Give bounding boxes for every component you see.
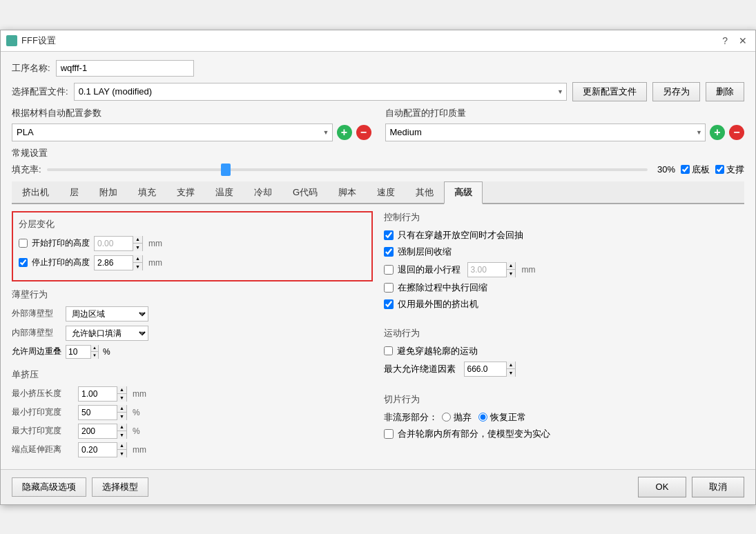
end-extend-down[interactable]: ▼	[117, 450, 126, 457]
tab-speed[interactable]: 速度	[367, 181, 405, 203]
save-as-button[interactable]: 另存为	[652, 82, 700, 101]
remove-quality-button[interactable]: −	[729, 125, 744, 140]
min-len-down[interactable]: ▼	[117, 394, 126, 402]
stop-height-down[interactable]: ▼	[133, 263, 142, 270]
tab-cooling[interactable]: 冷却	[244, 181, 282, 203]
stop-height-up[interactable]: ▲	[133, 255, 142, 264]
max-width-up[interactable]: ▲	[117, 424, 126, 432]
tab-gcode[interactable]: G代码	[282, 181, 328, 203]
discard-radio[interactable]	[442, 413, 451, 422]
min-width-up[interactable]: ▲	[117, 405, 126, 413]
min-travel-checkbox[interactable]	[384, 265, 394, 275]
retract-wipe-label: 在擦除过程中执行回缩	[398, 281, 487, 294]
force-retract-label: 强制层间收缩	[398, 246, 452, 258]
max-detour-up[interactable]: ▲	[507, 362, 516, 370]
cancel-button[interactable]: 取消	[692, 477, 744, 497]
quality-label: 自动配置的打印质量	[385, 107, 745, 119]
select-model-button[interactable]: 选择模型	[92, 477, 148, 497]
stop-height-value[interactable]	[95, 256, 133, 270]
inner-type-select[interactable]: 允许缺口填满	[66, 326, 148, 341]
start-height-value[interactable]	[95, 237, 133, 250]
titlebar-right: ? ✕	[719, 36, 750, 46]
non-flow-label: 非流形部分：	[384, 411, 438, 424]
min-travel-down[interactable]: ▼	[507, 270, 516, 277]
min-len-input: ▲ ▼	[78, 386, 127, 402]
min-travel-up[interactable]: ▲	[507, 262, 516, 270]
config-row: 选择配置文件: 0.1 LAY (modified) 更新配置文件 另存为 删除	[12, 82, 744, 101]
max-detour-value[interactable]	[465, 362, 506, 376]
retract-wipe-checkbox[interactable]	[384, 283, 394, 293]
stop-height-input: ▲ ▼	[94, 255, 143, 270]
only-outer-row: 仅用最外围的挤出机	[384, 298, 745, 310]
max-width-down[interactable]: ▼	[117, 431, 126, 439]
fill-slider-track[interactable]	[47, 168, 648, 171]
delete-button[interactable]: 删除	[706, 82, 744, 101]
slice-title: 切片行为	[384, 393, 745, 406]
tab-temperature[interactable]: 温度	[205, 181, 244, 203]
recover-radio[interactable]	[478, 413, 487, 422]
min-len-up[interactable]: ▲	[117, 386, 126, 395]
tab-addition[interactable]: 附加	[89, 181, 128, 203]
remove-material-button[interactable]: −	[356, 125, 371, 140]
process-input[interactable]	[56, 60, 194, 77]
overlap-down[interactable]: ▼	[91, 352, 98, 359]
overlap-row: 允许周边重叠 ▲ ▼ %	[12, 345, 373, 359]
bed-label: 底板	[681, 164, 710, 176]
update-config-button[interactable]: 更新配置文件	[572, 82, 647, 101]
avoid-checkbox[interactable]	[384, 346, 393, 355]
left-panel: 分层变化 开始打印的高度 ▲ ▼ mm	[12, 211, 373, 461]
hide-advanced-button[interactable]: 隐藏高级选项	[12, 477, 86, 497]
min-width-down[interactable]: ▼	[117, 413, 126, 420]
tab-advanced[interactable]: 高级	[444, 181, 483, 204]
quality-select[interactable]: Medium	[385, 123, 706, 141]
tab-extruder[interactable]: 挤出机	[12, 181, 59, 203]
material-select[interactable]: PLA	[12, 123, 333, 141]
discard-label: 抛弃	[454, 411, 472, 424]
overlap-value[interactable]	[66, 346, 90, 358]
footer-right: OK 取消	[638, 477, 744, 497]
min-travel-input: ▲ ▼	[467, 262, 516, 277]
end-extend-up[interactable]: ▲	[117, 442, 126, 451]
min-width-value[interactable]	[79, 406, 117, 419]
max-detour-down[interactable]: ▼	[507, 369, 516, 377]
overlap-up[interactable]: ▲	[91, 345, 98, 353]
close-button[interactable]: ✕	[736, 36, 750, 46]
force-retract-checkbox[interactable]	[384, 247, 394, 257]
min-len-label: 最小挤压长度	[12, 388, 74, 399]
add-quality-button[interactable]: +	[710, 125, 725, 140]
only-outer-checkbox[interactable]	[384, 299, 394, 309]
retract-only-checkbox[interactable]	[384, 230, 394, 240]
min-travel-value[interactable]	[468, 263, 506, 277]
start-height-up[interactable]: ▲	[133, 236, 142, 244]
merge-checkbox[interactable]	[384, 429, 394, 439]
tab-fill[interactable]: 填充	[128, 181, 166, 203]
bed-checkbox[interactable]	[681, 165, 690, 174]
max-width-arrows: ▲ ▼	[117, 424, 126, 439]
start-height-down[interactable]: ▼	[133, 244, 142, 251]
support-checkbox[interactable]	[715, 165, 724, 174]
control-section: 控制行为 只有在穿越开放空间时才会回抽 强制层间收缩 退回的最小行程	[384, 211, 745, 310]
end-extend-value[interactable]	[79, 443, 117, 457]
config-select[interactable]: 0.1 LAY (modified)	[74, 83, 567, 101]
footer-left: 隐藏高级选项 选择模型	[12, 477, 148, 497]
titlebar-left: FFF设置	[6, 34, 56, 47]
tab-support[interactable]: 支撑	[166, 181, 205, 203]
start-height-checkbox[interactable]	[19, 239, 28, 248]
tab-layer[interactable]: 层	[59, 181, 89, 203]
tab-other[interactable]: 其他	[405, 181, 444, 203]
min-len-value[interactable]	[79, 387, 117, 401]
add-material-button[interactable]: +	[337, 125, 352, 140]
max-width-value[interactable]	[79, 424, 117, 438]
stop-height-checkbox[interactable]	[19, 258, 28, 267]
stop-height-arrows: ▲ ▼	[133, 255, 142, 270]
tab-script[interactable]: 脚本	[328, 181, 367, 203]
outer-type-select[interactable]: 周边区域	[66, 306, 148, 322]
ok-button[interactable]: OK	[638, 477, 686, 497]
titlebar: FFF设置 ? ✕	[1, 30, 755, 52]
overlap-unit: %	[103, 347, 110, 357]
help-button[interactable]: ?	[719, 36, 730, 46]
spacer1	[384, 320, 745, 327]
start-height-input: ▲ ▼	[94, 236, 143, 251]
fill-slider-thumb[interactable]	[221, 164, 231, 176]
max-width-row: 最大打印宽度 ▲ ▼ %	[12, 424, 373, 439]
